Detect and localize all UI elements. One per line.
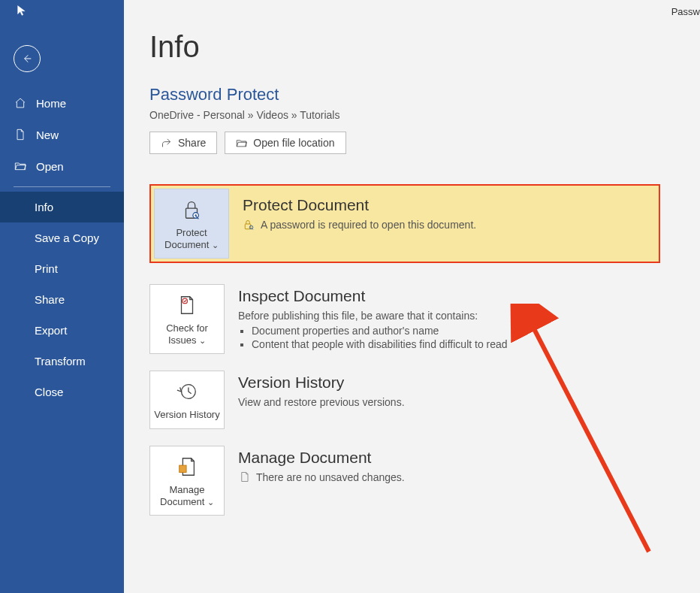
check-for-issues-button[interactable]: Check for Issues ⌄ — [149, 284, 225, 354]
document-title: Password Protect — [149, 85, 700, 104]
section-description: A password is required to open this docu… — [261, 219, 476, 231]
back-button[interactable] — [14, 45, 41, 72]
section-heading: Manage Document — [238, 449, 700, 467]
inspect-document-info: Inspect Document Before publishing this … — [238, 284, 700, 352]
section-description: There are no unsaved changes. — [256, 471, 405, 483]
protect-document-button[interactable]: Protect Document ⌄ — [154, 189, 229, 259]
sidebar-secondary: Info Save a Copy Print Share Export Tran… — [0, 192, 124, 407]
folder-open-icon — [14, 159, 27, 173]
document-icon — [14, 128, 27, 141]
sidebar-item-home[interactable]: Home — [0, 87, 124, 119]
folder-open-icon — [236, 138, 247, 149]
tile-label: Manage Document ⌄ — [153, 484, 221, 507]
sidebar-divider — [14, 186, 110, 187]
page-title: Info — [149, 30, 700, 64]
doc-small-icon — [238, 471, 250, 483]
manage-doc-icon — [174, 454, 200, 480]
version-history-button[interactable]: Version History — [149, 371, 225, 429]
sidebar-item-share[interactable]: Share — [0, 284, 124, 315]
tile-label: Check for Issues ⌄ — [153, 322, 221, 346]
share-button-label: Share — [178, 137, 206, 149]
sidebar-item-label: New — [36, 129, 59, 141]
sidebar-item-label: Close — [35, 386, 63, 398]
sidebar-item-info[interactable]: Info — [0, 192, 124, 222]
section-description: View and restore previous versions. — [238, 396, 405, 408]
section-heading: Version History — [238, 374, 700, 392]
share-icon — [161, 138, 172, 149]
open-file-location-label: Open file location — [253, 137, 334, 149]
protect-document-section: Protect Document ⌄ Protect Document A pa… — [149, 184, 660, 263]
sidebar-item-close[interactable]: Close — [0, 377, 124, 407]
window-title-cropped: Passw — [671, 6, 700, 17]
sidebar-item-save-copy[interactable]: Save a Copy — [0, 222, 124, 253]
protect-document-info: Protect Document A password is required … — [243, 189, 656, 231]
sidebar-item-label: Open — [36, 160, 64, 173]
sidebar-item-label: Info — [35, 201, 53, 213]
manage-document-section: Manage Document ⌄ Manage Document There … — [149, 446, 700, 516]
inspect-document-section: Check for Issues ⌄ Inspect Document Befo… — [149, 284, 700, 354]
svg-point-4 — [249, 225, 253, 229]
cursor-icon — [17, 5, 29, 20]
sidebar-item-label: Home — [36, 97, 66, 110]
sidebar-item-label: Share — [35, 293, 65, 306]
sidebar-item-label: Print — [35, 262, 58, 275]
sidebar-item-open[interactable]: Open — [0, 150, 124, 182]
manage-document-info: Manage Document There are no unsaved cha… — [238, 446, 700, 483]
section-heading: Inspect Document — [238, 287, 700, 305]
main-content: Passw Info Password Protect OneDrive - P… — [124, 0, 700, 593]
app-root: Home New Open Info Save a Copy Print Sha… — [0, 0, 700, 593]
inspect-icon — [174, 292, 200, 318]
lock-key-icon — [179, 197, 204, 222]
version-history-info: Version History View and restore previou… — [238, 371, 700, 408]
sidebar-item-export[interactable]: Export — [0, 315, 124, 346]
sidebar-item-label: Transform — [35, 355, 86, 368]
section-heading: Protect Document — [243, 196, 656, 214]
sidebar-item-new[interactable]: New — [0, 119, 124, 150]
list-item: Content that people with disabilities fi… — [252, 338, 700, 350]
open-file-location-button[interactable]: Open file location — [225, 132, 345, 154]
share-button[interactable]: Share — [149, 132, 217, 154]
svg-rect-7 — [180, 465, 186, 472]
action-row: Share Open file location — [149, 132, 700, 154]
sidebar-item-label: Export — [35, 324, 67, 337]
list-item: Document properties and author's name — [252, 325, 700, 337]
home-icon — [14, 96, 27, 110]
chevron-down-icon: ⌄ — [199, 336, 206, 345]
tile-label: Version History — [154, 409, 219, 421]
chevron-down-icon: ⌄ — [212, 241, 219, 250]
breadcrumb: OneDrive - Personal » Videos » Tutorials — [149, 109, 700, 121]
key-icon — [243, 219, 255, 231]
inspect-issues-list: Document properties and author's name Co… — [252, 325, 700, 350]
section-intro: Before publishing this file, be aware th… — [238, 310, 478, 322]
sidebar-item-label: Save a Copy — [35, 231, 99, 244]
sidebar-item-transform[interactable]: Transform — [0, 346, 124, 377]
tile-label: Protect Document ⌄ — [158, 227, 225, 250]
chevron-down-icon: ⌄ — [207, 498, 214, 507]
sidebar: Home New Open Info Save a Copy Print Sha… — [0, 0, 124, 593]
sidebar-item-print[interactable]: Print — [0, 253, 124, 284]
svg-point-2 — [195, 214, 196, 216]
manage-document-button[interactable]: Manage Document ⌄ — [149, 446, 225, 516]
history-icon — [174, 379, 200, 404]
version-history-section: Version History Version History View and… — [149, 371, 700, 429]
